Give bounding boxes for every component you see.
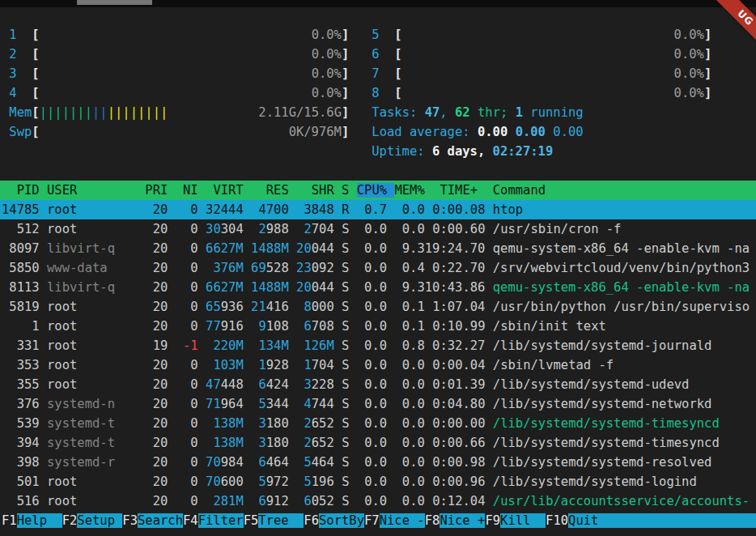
cell-pid: 5850 (2, 261, 40, 275)
cell-mem: 0.1 (394, 319, 424, 334)
cell-user: systemd-t (47, 436, 115, 450)
cpu-1-meter-value: 0.0% (312, 28, 342, 42)
cell-cpu: 0.0 (357, 222, 387, 236)
cell-mem: 0.0 (394, 494, 424, 508)
process-row[interactable]: 8097 libvirt-q 20 0 6627M 1488M 20044 S … (0, 239, 756, 258)
cell-cpu: 0.0 (357, 494, 387, 508)
cpu-2-meter-label: 2 (2, 47, 32, 62)
process-row[interactable]: 512 root 20 0 30304 2988 2704 S 0.0 0.0 … (0, 219, 756, 239)
fkey-tree[interactable]: F5Tree (244, 513, 304, 528)
fkey-sortby[interactable]: F6SortBy (304, 513, 364, 528)
cell-ni: 0 (176, 202, 198, 217)
cell-user: root (47, 202, 115, 217)
column-header-mem: MEM% (394, 183, 424, 198)
tasks-running: 1 (516, 105, 523, 120)
cell-mem: 0.4 (394, 261, 424, 275)
cell-cpu: 0.0 (357, 358, 387, 372)
cell-command: /lib/systemd/systemd-networkd (493, 397, 712, 411)
column-header-res: RES (251, 183, 289, 198)
cpu-4-meter-value: 0.0% (312, 86, 342, 100)
cell-user: systemd-r (47, 455, 115, 470)
cell-command: /lib/systemd/systemd-udevd (493, 377, 690, 392)
cell-mem: 0.0 (394, 397, 424, 411)
cell-mem: 0.0 (394, 474, 424, 489)
fkey-help[interactable]: F1Help (2, 513, 62, 528)
column-header-user: USER (47, 183, 115, 198)
cell-command: qemu-system-x86_64 -enable-kvm -na (493, 241, 750, 256)
process-row[interactable]: 516 root 20 0 281M 6912 6052 S 0.0 0.0 0… (0, 491, 756, 511)
process-row[interactable]: 376 systemd-n 20 0 71964 5344 4744 S 0.0… (0, 394, 756, 414)
process-row[interactable]: 539 systemd-t 20 0 138M 3180 2652 S 0.0 … (0, 414, 756, 433)
cell-ni: 0 (176, 280, 198, 295)
cell-mem: 0.0 (394, 377, 424, 392)
cell-user: root (47, 358, 115, 372)
process-row[interactable]: 398 systemd-r 20 0 70984 6464 5464 S 0.0… (0, 453, 756, 472)
fkey-quit[interactable]: F10Quit (546, 513, 756, 528)
cell-mem: 0.0 (394, 416, 424, 431)
fkey-kill[interactable]: F9Kill (485, 513, 546, 528)
cell-user: root (47, 319, 115, 334)
column-header-virt: VIRT (206, 183, 244, 198)
cell-command: /srv/webvirtcloud/venv/bin/python3 (493, 261, 750, 275)
process-row[interactable]: 1 root 20 0 77916 9108 6708 S 0.0 0.1 0:… (0, 317, 756, 336)
htop-screen: 1 [ 0.0%] 5 [ 0.0%] 2 [ 0.0%] 6 [ 0.0%] … (0, 0, 756, 536)
cell-mem: 0.8 (394, 338, 424, 353)
cell-pri: 20 (122, 319, 168, 334)
cell-time: 19:24.70 (425, 241, 486, 256)
column-header-pri: PRI (122, 183, 168, 198)
cell-pri: 20 (122, 455, 168, 470)
fkey-nice-[interactable]: F7Nice - (364, 513, 425, 528)
cpu-6-meter-label: 6 (372, 47, 394, 62)
load-fifteen: 0.00 (553, 125, 583, 139)
cell-mem: 0.0 (394, 222, 424, 236)
cell-pri: 20 (122, 241, 168, 256)
column-header-ni: NI (176, 183, 198, 198)
cell-user: root (47, 300, 115, 314)
process-row[interactable]: 14785 root 20 0 32444 4700 3848 R 0.7 0.… (0, 200, 756, 219)
mem-tasks-line: Mem[||||||||||||||||| 2.11G/15.6G] Tasks… (0, 103, 756, 122)
load-label: Load average: (372, 125, 478, 139)
cell-cpu: 0.0 (357, 338, 387, 353)
fkey-filter[interactable]: F4Filter (183, 513, 244, 528)
cell-command: qemu-system-x86_64 -enable-kvm -na (493, 280, 750, 295)
cell-time: 0:22.70 (425, 261, 486, 275)
meter-line-1: 1 [ 0.0%] 5 [ 0.0%] (0, 25, 756, 45)
cell-pri: 20 (122, 436, 168, 450)
cell-ni: -1 (176, 338, 198, 353)
debug-ribbon-text: UG (735, 7, 755, 28)
fkey-setup[interactable]: F2Setup (62, 513, 123, 528)
cell-cpu: 0.0 (357, 416, 387, 431)
cell-ni: 0 (176, 241, 198, 256)
cell-pri: 20 (122, 202, 168, 217)
table-header: PID USER PRI NI VIRT RES SHR S CPU% MEM%… (0, 181, 756, 200)
fkey-search[interactable]: F3Search (122, 513, 183, 528)
cell-user: systemd-n (47, 397, 115, 411)
process-row[interactable]: 501 root 20 0 70600 5972 5196 S 0.0 0.0 … (0, 472, 756, 491)
cell-command: /sbin/init text (493, 319, 606, 334)
debug-ribbon: UG (699, 0, 756, 57)
process-row[interactable]: 353 root 20 0 103M 1928 1704 S 0.0 0.0 0… (0, 355, 756, 375)
cell-user: root (47, 222, 115, 236)
process-row[interactable]: 8113 libvirt-q 20 0 6627M 1488M 20044 S … (0, 278, 756, 297)
cell-time: 0:00.60 (425, 222, 486, 236)
cell-mem: 0.0 (394, 436, 424, 450)
process-row[interactable]: 394 systemd-t 20 0 138M 3180 2652 S 0.0 … (0, 433, 756, 453)
process-row[interactable]: 355 root 20 0 47448 6424 3228 S 0.0 0.0 … (0, 375, 756, 394)
cell-pid: 1 (2, 319, 40, 334)
fkey-nice+[interactable]: F8Nice + (425, 513, 486, 528)
cell-pri: 20 (122, 222, 168, 236)
process-row[interactable]: 5850 www-data 20 0 376M 69528 23092 S 0.… (0, 258, 756, 278)
column-header-command: Command (493, 183, 546, 198)
process-row[interactable]: 5819 root 20 0 65936 21416 8000 S 0.0 0.… (0, 297, 756, 317)
cpu-1-meter-label: 1 (2, 28, 32, 42)
cell-time: 0:00.00 (425, 416, 486, 431)
process-row[interactable]: 331 root 19 -1 220M 134M 126M S 0.0 0.8 … (0, 336, 756, 355)
cell-mem: 0.0 (394, 358, 424, 372)
cell-pid: 539 (2, 416, 40, 431)
cpu-7-meter-value: 0.0% (674, 66, 704, 81)
cell-time: 0:01.39 (425, 377, 486, 392)
cell-pri: 20 (122, 377, 168, 392)
cell-user: libvirt-q (47, 280, 115, 295)
cell-command: /lib/systemd/systemd-journald (493, 338, 712, 353)
cell-time: 0:00.96 (425, 474, 486, 489)
